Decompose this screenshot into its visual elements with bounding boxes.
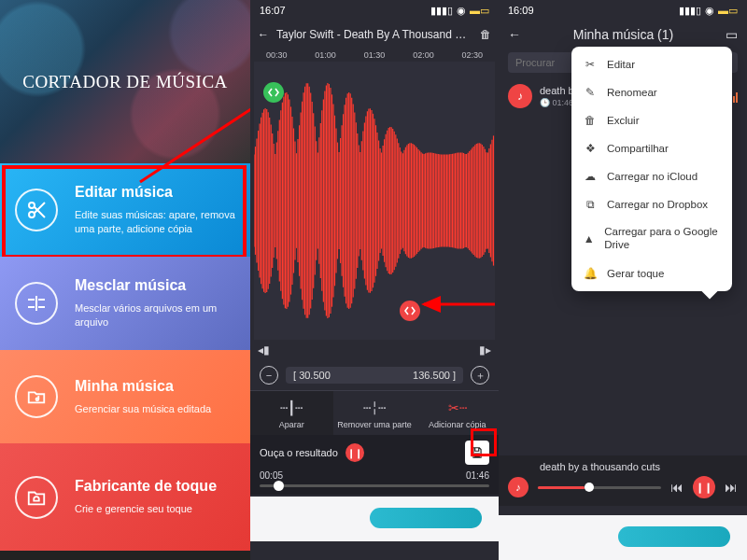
waveform-area[interactable] <box>254 62 495 340</box>
menu-edit[interactable]: ✂Editar <box>571 50 732 78</box>
card-subtitle: Edite suas músicas: apare, remova uma pa… <box>75 208 237 236</box>
total-time: 01:46 <box>466 470 489 481</box>
my-music-header: ← Minha música (1) ▭ <box>499 21 747 49</box>
ad-banner <box>499 515 747 560</box>
battery-icon: ▬▭ <box>718 5 738 17</box>
context-menu: ✂Editar ✎Renomear 🗑Excluir ❖Compartilhar… <box>571 47 732 291</box>
ad-cta[interactable] <box>618 526 730 547</box>
player-title: death by a thousando cuts <box>540 461 738 472</box>
waveform <box>254 62 495 340</box>
ad-banner <box>250 497 499 541</box>
seek-bar[interactable] <box>250 484 499 495</box>
back-icon[interactable]: ← <box>258 28 269 41</box>
pause-button[interactable]: ❙❙ <box>345 443 364 462</box>
mini-player: death by a thousando cuts ♪ ⏮ ❙❙ ⏭ <box>499 455 747 506</box>
trash-icon[interactable]: 🗑 <box>480 28 491 41</box>
menu-delete[interactable]: 🗑Excluir <box>571 106 732 134</box>
status-time: 16:09 <box>508 5 534 16</box>
clock-icon: 🕒 <box>540 98 550 107</box>
battery-icon: ▬▭ <box>470 5 489 17</box>
card-merge-music[interactable]: Mesclar música Mesclar vários arquivos e… <box>0 257 250 350</box>
loop-end-icon[interactable]: ▮▸ <box>479 343 491 357</box>
bell-icon <box>15 476 58 519</box>
card-my-music[interactable]: Minha música Gerenciar sua música editad… <box>0 350 250 443</box>
bell-icon: 🔔 <box>583 267 598 280</box>
share-icon: ❖ <box>583 142 598 155</box>
card-title: Minha música <box>75 378 237 395</box>
music-note-icon: ♪ <box>508 84 532 108</box>
status-bar: 16:07 ▮▮▮▯ ◉ ▬▭ <box>250 0 499 21</box>
scissors-icon: ✂ <box>583 58 598 71</box>
editor-header: ← Taylor Swift - Death By A Thousand Cut… <box>250 21 499 49</box>
card-subtitle: Gerenciar sua música editada <box>75 402 237 416</box>
ad-cta[interactable] <box>370 508 482 528</box>
status-bar: 16:09 ▮▮▮▯ ◉ ▬▭ <box>499 0 747 21</box>
card-subtitle: Crie e gerencie seu toque <box>75 502 237 516</box>
remove-part-icon: ┄╎┄ <box>335 399 415 417</box>
zoom-in-icon[interactable]: ＋ <box>471 366 489 385</box>
save-button[interactable] <box>465 441 489 465</box>
card-ringtone-maker[interactable]: Fabricante de toque Crie e gerencie seu … <box>0 443 250 551</box>
loop-row: ◂▮ ▮▸ <box>250 340 499 360</box>
hero-banner: CORTADOR DE MÚSICA <box>0 0 250 163</box>
zoom-out-icon[interactable]: − <box>260 366 278 385</box>
trim-start-handle[interactable] <box>263 82 284 103</box>
tool-remove-part[interactable]: ┄╎┄ Remover uma parte <box>333 391 416 435</box>
cloud-icon: ☁ <box>583 170 598 183</box>
range-display: [ 30.500 136.500 ] <box>286 367 463 384</box>
cast-icon[interactable]: ▭ <box>726 27 738 42</box>
status-icons: ▮▮▮▯ ◉ ▬▭ <box>430 5 489 17</box>
status-icons: ▮▮▮▯ ◉ ▬▭ <box>679 5 738 17</box>
menu-dropbox[interactable]: ⧉Carregar no Dropbox <box>571 190 732 218</box>
pause-button[interactable]: ❙❙ <box>693 476 715 498</box>
add-copy-icon: ✂┄ <box>417 399 497 417</box>
wifi-icon: ◉ <box>457 5 466 17</box>
tool-add-copy[interactable]: ✂┄ Adicionar cópia <box>416 391 499 435</box>
menu-rename[interactable]: ✎Renomear <box>571 78 732 106</box>
time-row: 00:05 01:46 <box>250 470 499 484</box>
panel-editor: 16:07 ▮▮▮▯ ◉ ▬▭ ← Taylor Swift - Death B… <box>250 0 499 560</box>
card-subtitle: Mesclar vários arquivos em um arquivo <box>75 301 237 329</box>
pencil-icon: ✎ <box>583 86 598 99</box>
menu-share[interactable]: ❖Compartilhar <box>571 134 732 162</box>
wifi-icon: ◉ <box>705 5 714 17</box>
card-edit-music[interactable]: Editar música Edite suas músicas: apare,… <box>0 163 250 257</box>
card-title: Fabricante de toque <box>75 478 237 495</box>
dropbox-icon: ⧉ <box>583 198 598 211</box>
time-ruler: 00:30 01:00 01:30 02:00 02:30 <box>250 49 499 60</box>
signal-icon: ▮▮▮▯ <box>430 5 453 17</box>
music-note-icon: ♪ <box>508 477 529 497</box>
menu-gdrive[interactable]: ▲Carregar para o Google Drive <box>571 218 732 259</box>
tool-tabs: ┄┃┄ Aparar ┄╎┄ Remover uma parte ✂┄ Adic… <box>250 390 499 435</box>
card-title: Mesclar música <box>75 277 237 294</box>
menu-ringtone[interactable]: 🔔Gerar toque <box>571 259 732 287</box>
menu-icloud[interactable]: ☁Carregar no iCloud <box>571 162 732 190</box>
loop-start-icon[interactable]: ◂▮ <box>258 343 270 357</box>
drive-icon: ▲ <box>583 232 595 245</box>
folder-music-icon <box>15 375 58 418</box>
next-icon[interactable]: ⏭ <box>725 480 738 495</box>
tool-trim[interactable]: ┄┃┄ Aparar <box>250 391 333 435</box>
trim-end-handle[interactable] <box>400 301 420 321</box>
back-icon[interactable]: ← <box>508 27 521 42</box>
elapsed-time: 00:05 <box>260 470 283 481</box>
page-title: Minha música (1) <box>530 27 716 42</box>
panel-my-music: 16:09 ▮▮▮▯ ◉ ▬▭ ← Minha música (1) ▭ ♪ d… <box>499 0 747 560</box>
scissors-icon <box>15 189 58 231</box>
listen-label: Ouça o resultado <box>260 447 338 458</box>
trash-icon: 🗑 <box>583 114 598 127</box>
track-title: Taylor Swift - Death By A Thousand Cuts … <box>276 28 472 41</box>
merge-icon <box>15 282 58 325</box>
range-row: − [ 30.500 136.500 ] ＋ <box>250 360 499 390</box>
app-title: CORTADOR DE MÚSICA <box>22 72 228 92</box>
panel-home: CORTADOR DE MÚSICA Editar música Edite s… <box>0 0 250 560</box>
signal-icon: ▮▮▮▯ <box>679 5 701 17</box>
card-title: Editar música <box>75 184 237 201</box>
player-seek[interactable] <box>538 486 661 489</box>
trim-icon: ┄┃┄ <box>252 399 331 417</box>
status-time: 16:07 <box>260 5 286 16</box>
prev-icon[interactable]: ⏮ <box>670 480 684 495</box>
listen-row: Ouça o resultado ❙❙ <box>250 435 499 470</box>
